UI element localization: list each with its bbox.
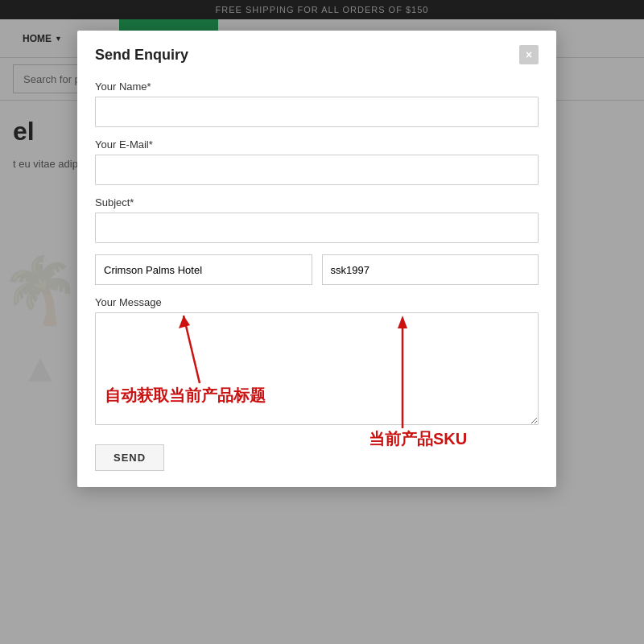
name-field-group: Your Name* [95, 80, 539, 127]
message-textarea[interactable] [95, 312, 539, 425]
subject-field-group: Subject* [95, 196, 539, 243]
modal-header: Send Enquiry × [77, 31, 556, 76]
product-title-input[interactable] [95, 254, 312, 285]
subject-label: Subject* [95, 196, 539, 208]
send-enquiry-modal: Send Enquiry × Your Name* Your E-Mail* S… [77, 31, 556, 487]
message-label: Your Message [95, 296, 539, 308]
name-label: Your Name* [95, 80, 539, 93]
send-button[interactable]: SEND [95, 444, 164, 471]
email-input[interactable] [95, 155, 539, 185]
name-input[interactable] [95, 97, 539, 127]
sku-input[interactable] [322, 254, 539, 285]
subject-input[interactable] [95, 213, 539, 243]
message-field-group: Your Message [95, 296, 539, 428]
sku-field-group [322, 254, 539, 285]
modal-title: Send Enquiry [95, 47, 188, 64]
product-sku-row [95, 254, 539, 285]
modal-body: Your Name* Your E-Mail* Subject* Your Me… [77, 76, 556, 487]
modal-close-button[interactable]: × [519, 45, 539, 64]
email-field-group: Your E-Mail* [95, 138, 539, 185]
product-title-field-group [95, 254, 312, 285]
email-label: Your E-Mail* [95, 138, 539, 151]
